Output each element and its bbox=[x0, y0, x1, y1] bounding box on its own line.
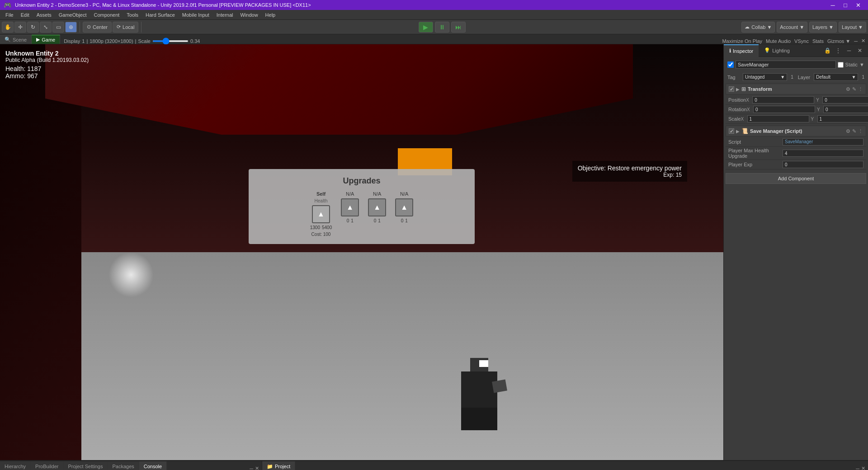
go-name-input[interactable] bbox=[736, 61, 836, 69]
rect-tool[interactable]: ▭ bbox=[52, 22, 64, 33]
menu-assets[interactable]: Assets bbox=[33, 11, 55, 19]
vsync[interactable]: VSync bbox=[794, 38, 809, 44]
tag-dropdown[interactable]: Untagged ▼ bbox=[743, 73, 787, 81]
tab-lighting[interactable]: 💡 Lighting bbox=[759, 44, 795, 57]
minimize-button[interactable]: ─ bbox=[826, 0, 839, 10]
transform-icon-more[interactable]: ⋮ bbox=[858, 86, 863, 92]
inspector-panel: ℹ Inspector 💡 Lighting 🔒 ⋮ ─ ✕ bbox=[723, 44, 868, 460]
transform-icon-settings[interactable]: ⚙ bbox=[846, 86, 850, 92]
project-close[interactable]: ✕ bbox=[861, 465, 865, 470]
hand-tool[interactable]: ✋ bbox=[2, 22, 14, 33]
inspector-close-icon[interactable]: ✕ bbox=[855, 46, 864, 55]
layers-button[interactable]: Layers ▼ bbox=[809, 22, 837, 33]
upgrade-self-btn[interactable] bbox=[312, 205, 330, 223]
tab-game[interactable]: ▶ Game bbox=[32, 35, 60, 44]
static-check[interactable] bbox=[838, 62, 844, 68]
scale-x-input[interactable] bbox=[747, 115, 809, 122]
transform-tool[interactable]: ⊕ bbox=[65, 22, 77, 33]
menu-hardsurface[interactable]: Hard Surface bbox=[142, 11, 179, 19]
static-dropdown[interactable]: ▼ bbox=[859, 62, 864, 67]
close-button[interactable]: ✕ bbox=[852, 0, 864, 10]
tab-project[interactable]: 📁 Project bbox=[262, 461, 295, 470]
rotation-x-input[interactable] bbox=[753, 106, 815, 113]
save-manager-checkbox[interactable]: ✓ bbox=[729, 128, 734, 134]
rotation-y-input[interactable] bbox=[823, 106, 868, 113]
layer-dropdown[interactable]: Default ▼ bbox=[814, 73, 858, 81]
upgrade-self: Self Health 1300 5400 Cost: 100 bbox=[310, 191, 332, 237]
position-y-input[interactable] bbox=[822, 96, 868, 103]
transform-icon-edit[interactable]: ✎ bbox=[852, 86, 856, 92]
inspector-icon: ℹ bbox=[729, 48, 731, 54]
menu-window[interactable]: Window bbox=[236, 11, 261, 19]
local-button[interactable]: ⟳ Local bbox=[113, 22, 138, 33]
center-button[interactable]: ⊙ Center bbox=[83, 22, 112, 33]
go-active-checkbox[interactable] bbox=[727, 61, 734, 68]
menu-file[interactable]: File bbox=[2, 11, 17, 19]
tab-project-settings[interactable]: Project Settings bbox=[63, 461, 108, 470]
scale-y-input[interactable] bbox=[817, 115, 868, 122]
stats[interactable]: Stats bbox=[812, 38, 824, 44]
rotation-x-field: X bbox=[747, 106, 815, 113]
menu-gameobject[interactable]: GameObject bbox=[55, 11, 90, 19]
layout-button[interactable]: Layout ▼ bbox=[839, 22, 866, 33]
upgrade-na3-btn[interactable] bbox=[395, 198, 413, 216]
tab-minimize[interactable]: ─ bbox=[854, 38, 858, 44]
gizmos-dropdown[interactable]: Gizmos ▼ bbox=[827, 38, 850, 44]
mute-audio[interactable]: Mute Audio bbox=[766, 38, 791, 44]
local-label: Local bbox=[123, 24, 134, 30]
save-manager-icon-settings[interactable]: ⚙ bbox=[846, 128, 850, 134]
scale-tool[interactable]: ⤡ bbox=[40, 22, 52, 33]
inspector-tab-right: 🔒 ⋮ ─ ✕ bbox=[823, 46, 868, 55]
player-legs bbox=[461, 408, 497, 430]
collab-button[interactable]: ☁ Collab ▼ bbox=[741, 22, 775, 33]
pause-button[interactable]: ⏸ bbox=[435, 22, 449, 33]
inspector-minimize-icon[interactable]: ─ bbox=[844, 46, 854, 55]
upgrade-na2-btn[interactable] bbox=[368, 198, 386, 216]
step-button[interactable]: ⏭ bbox=[451, 22, 466, 33]
tab-scene[interactable]: 🔍 Scene bbox=[0, 35, 32, 44]
save-manager-header: ✓ ▶ 📜 Save Manager (Script) ⚙ ✎ ⋮ bbox=[726, 126, 866, 136]
rotate-tool[interactable]: ↻ bbox=[27, 22, 39, 33]
bottom-right-panel: 📁 Project ─ ✕ Create ▼ ☰ ★ ⚙ 25 ▶ 📁 bbox=[262, 461, 868, 470]
menu-mobileinput[interactable]: Mobile Input bbox=[179, 11, 213, 19]
rotation-fields: X Y Z bbox=[747, 106, 868, 113]
maximize-button[interactable]: □ bbox=[839, 0, 852, 10]
play-button[interactable]: ▶ bbox=[419, 22, 433, 33]
hud-overlay: Unknown Entity 2 Public Alpha (Build 1.2… bbox=[5, 50, 89, 80]
maximize-on-play[interactable]: Maximize On Play bbox=[722, 38, 762, 44]
move-tool[interactable]: ✛ bbox=[14, 22, 26, 33]
transform-tools-group: ✋ ✛ ↻ ⤡ ▭ ⊕ bbox=[2, 22, 80, 33]
menu-internal[interactable]: Internal bbox=[213, 11, 237, 19]
account-button[interactable]: Account ▼ bbox=[777, 22, 807, 33]
tab-hierarchy[interactable]: Hierarchy bbox=[0, 461, 31, 470]
bottom-left-close[interactable]: ✕ bbox=[255, 465, 259, 470]
menu-edit[interactable]: Edit bbox=[17, 11, 33, 19]
upgrade-na1-btn[interactable] bbox=[341, 198, 359, 216]
player-max-health-input[interactable] bbox=[783, 150, 863, 157]
tab-inspector[interactable]: ℹ Inspector bbox=[724, 44, 759, 57]
save-manager-icon-edit[interactable]: ✎ bbox=[852, 128, 856, 134]
upgrade-na3-numbers: 0 1 bbox=[401, 218, 408, 223]
script-value[interactable]: SaveManager bbox=[783, 138, 863, 146]
tab-probuilder[interactable]: ProBuilder bbox=[31, 461, 63, 470]
bottom-left-minimize[interactable]: ─ bbox=[250, 466, 253, 470]
add-component-button[interactable]: Add Component bbox=[726, 173, 866, 184]
script-icon: 📜 bbox=[741, 128, 748, 134]
transform-checkbox[interactable]: ✓ bbox=[729, 86, 734, 92]
tab-packages[interactable]: Packages bbox=[108, 461, 139, 470]
tab-console[interactable]: Console bbox=[139, 461, 167, 470]
save-manager-icon-more[interactable]: ⋮ bbox=[858, 128, 863, 134]
upgrade-title: Upgrades bbox=[256, 176, 467, 186]
menu-component[interactable]: Component bbox=[90, 11, 123, 19]
upgrade-panel: Upgrades Self Health 1300 5400 Cost: 100 bbox=[249, 169, 475, 244]
scale-slider[interactable] bbox=[152, 40, 189, 42]
inspector-more-icon[interactable]: ⋮ bbox=[834, 46, 843, 55]
project-minimize[interactable]: ─ bbox=[856, 466, 859, 470]
upgrade-na2-numbers: 0 1 bbox=[374, 218, 381, 223]
menu-help[interactable]: Help bbox=[262, 11, 279, 19]
player-exp-input[interactable] bbox=[783, 161, 863, 168]
inspector-lock-icon[interactable]: 🔒 bbox=[823, 46, 832, 55]
menu-tools[interactable]: Tools bbox=[123, 11, 142, 19]
tab-close[interactable]: ✕ bbox=[861, 38, 865, 44]
position-x-input[interactable] bbox=[752, 96, 814, 103]
